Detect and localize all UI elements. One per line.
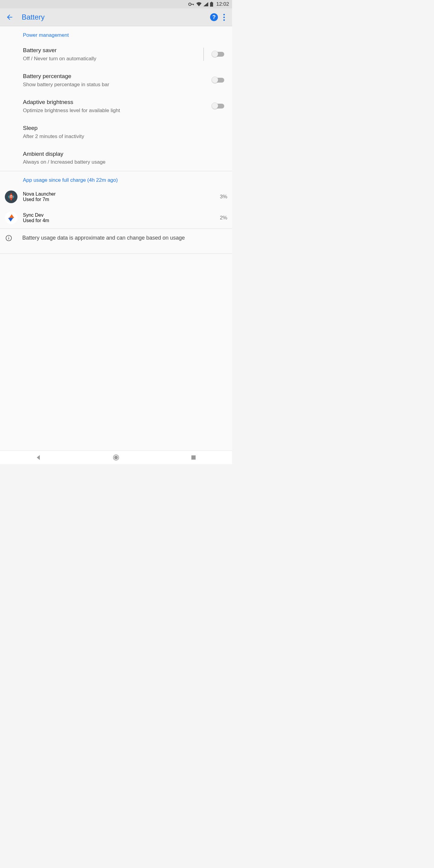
row-battery-saver[interactable]: Battery saver Off / Never turn on automa… [0, 41, 232, 67]
svg-rect-14 [8, 236, 9, 237]
svg-marker-7 [9, 193, 13, 201]
app-row-nova-launcher[interactable]: Nova Launcher Used for 7m 3% [0, 186, 232, 207]
row-title: Sleep [23, 124, 228, 132]
footer-note: Battery usage data is approximate and ca… [0, 229, 232, 253]
row-title: Battery saver [23, 47, 204, 54]
row-subtitle: After 2 minutes of inactivity [23, 133, 228, 140]
app-name: Nova Launcher [23, 191, 220, 197]
nav-back-button[interactable] [34, 453, 43, 462]
overflow-menu-button[interactable] [219, 14, 228, 21]
row-subtitle: Off / Never turn on automatically [23, 56, 204, 62]
app-usage-percent: 3% [220, 194, 227, 200]
back-button[interactable] [4, 13, 16, 21]
status-time: 12:02 [216, 1, 229, 7]
sync-dev-icon [5, 212, 18, 224]
svg-rect-3 [210, 2, 213, 7]
row-battery-percentage[interactable]: Battery percentage Show battery percenta… [0, 67, 232, 93]
app-name: Sync Dev [23, 213, 220, 218]
app-usage-label: Used for 7m [23, 197, 220, 202]
svg-marker-11 [8, 218, 13, 221]
row-title: Battery percentage [23, 73, 209, 80]
help-icon: ? [210, 13, 218, 21]
svg-rect-2 [193, 4, 194, 5]
info-icon [5, 234, 18, 241]
divider [0, 253, 232, 254]
svg-rect-13 [8, 238, 9, 239]
row-subtitle: Optimize brightness level for available … [23, 107, 209, 114]
cell-signal-icon [204, 2, 208, 6]
app-usage-label: Used for 4m [23, 218, 220, 223]
svg-point-0 [189, 3, 191, 5]
app-bar: Battery ? [0, 8, 232, 26]
wifi-icon [196, 2, 202, 6]
row-title: Adaptive brightness [23, 98, 209, 106]
section-app-usage-header: App usage since full charge (4h 22m ago) [0, 171, 232, 186]
section-power-management-header: Power management [0, 26, 232, 41]
nova-launcher-icon [5, 190, 18, 203]
divider-vertical [204, 48, 204, 61]
row-sleep[interactable]: Sleep After 2 minutes of inactivity [0, 119, 232, 145]
nav-home-button[interactable] [112, 453, 121, 462]
status-bar: 12:02 [0, 0, 232, 8]
svg-rect-4 [211, 2, 212, 2]
svg-point-16 [114, 456, 118, 459]
adaptive-brightness-toggle[interactable] [212, 104, 224, 108]
row-ambient-display[interactable]: Ambient display Always on / Increased ba… [0, 145, 232, 171]
battery-saver-toggle[interactable] [212, 52, 224, 57]
help-button[interactable]: ? [209, 12, 219, 23]
vpn-key-icon [188, 2, 194, 6]
row-title: Ambient display [23, 150, 228, 158]
system-nav-bar [0, 451, 232, 464]
row-subtitle: Show battery percentage in status bar [23, 82, 209, 88]
battery-percentage-toggle[interactable] [212, 78, 224, 83]
page-title: Battery [16, 13, 209, 22]
footer-note-text: Battery usage data is approximate and ca… [22, 234, 227, 241]
row-subtitle: Always on / Increased battery usage [23, 159, 228, 165]
content: Power management Battery saver Off / Nev… [0, 26, 232, 451]
battery-icon [210, 2, 213, 7]
svg-marker-10 [9, 214, 14, 218]
app-usage-percent: 2% [220, 215, 227, 221]
row-adaptive-brightness[interactable]: Adaptive brightness Optimize brightness … [0, 93, 232, 119]
nav-recents-button[interactable] [189, 453, 198, 462]
app-row-sync-dev[interactable]: Sync Dev Used for 4m 2% [0, 207, 232, 228]
svg-rect-17 [191, 456, 195, 460]
